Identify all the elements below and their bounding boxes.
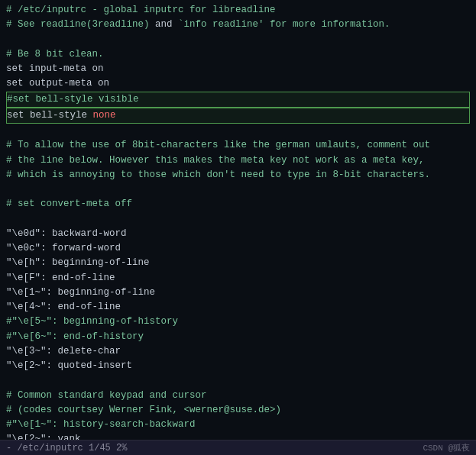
line-3 bbox=[6, 33, 470, 47]
line-6: set output-meta on bbox=[6, 76, 470, 91]
line-27: # Common standard keypad and cursor bbox=[6, 389, 470, 403]
line-28: # (codes courtsey Werner Fink, <werner@s… bbox=[6, 403, 470, 418]
line-19: "\e[F": end-of-line bbox=[6, 271, 470, 286]
line-4: # Be 8 bit clean. bbox=[6, 47, 470, 62]
status-bar: - /etc/inputrc 1/45 2% CSDN @狐夜 bbox=[0, 440, 476, 455]
line-22: #"\e[5~": beginning-of-history bbox=[6, 315, 470, 329]
line-13 bbox=[6, 182, 470, 197]
line-11: # the line below. However this makes the… bbox=[6, 153, 470, 168]
line-25: "\e[2~": quoted-insert bbox=[6, 359, 470, 373]
line-20: "\e[1~": beginning-of-line bbox=[6, 286, 470, 300]
line-7: #set bell-style visible bbox=[6, 92, 470, 108]
line-23: #"\e[6~": end-of-history bbox=[6, 330, 470, 344]
line-29: #"\e[1~": history-search-backward bbox=[6, 418, 470, 432]
line-15 bbox=[6, 212, 470, 227]
status-left: - /etc/inputrc 1/45 2% bbox=[6, 443, 127, 453]
status-right: CSDN @狐夜 bbox=[423, 442, 470, 453]
line-16: "\e0d": backward-word bbox=[6, 227, 470, 241]
line-26 bbox=[6, 373, 470, 388]
code-area[interactable]: # /etc/inputrc - global inputrc for libr… bbox=[0, 0, 476, 440]
line-21: "\e[4~": end-of-line bbox=[6, 300, 470, 315]
line-10: # To allow the use of 8bit-characters li… bbox=[6, 138, 470, 153]
line-12: # which is annoying to those which don't… bbox=[6, 168, 470, 182]
line-8: set bell-style none bbox=[6, 108, 470, 124]
line-2: # See readline(3readline) and `info read… bbox=[6, 18, 470, 32]
terminal-window: # /etc/inputrc - global inputrc for libr… bbox=[0, 0, 476, 455]
line-17: "\e0c": forward-word bbox=[6, 241, 470, 256]
line-18: "\e[h": beginning-of-line bbox=[6, 256, 470, 270]
line-5: set input-meta on bbox=[6, 62, 470, 76]
line-14: # set convert-meta off bbox=[6, 197, 470, 211]
line-30: "\e[2~": yank bbox=[6, 432, 470, 440]
line-24: "\e[3~": delete-char bbox=[6, 344, 470, 359]
line-9 bbox=[6, 124, 470, 138]
line-1: # /etc/inputrc - global inputrc for libr… bbox=[6, 3, 470, 18]
